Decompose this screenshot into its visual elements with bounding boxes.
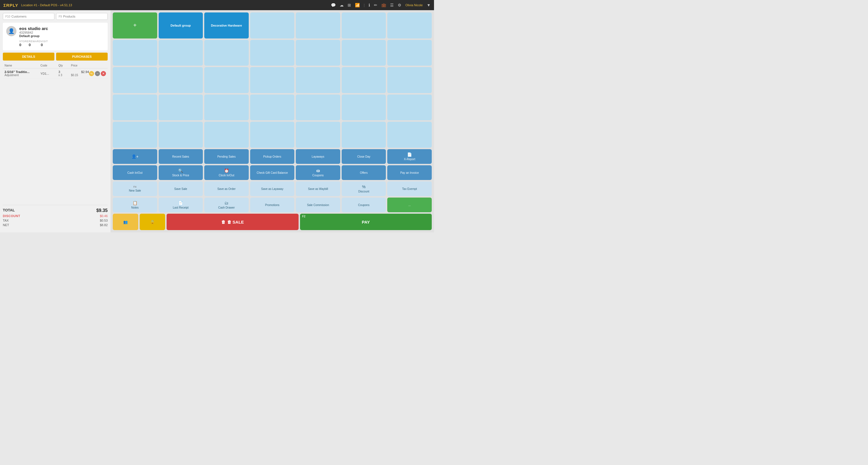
item-decrease-button[interactable]: −: [95, 71, 100, 76]
grid-cell-4[interactable]: [250, 12, 294, 38]
new-sale-button[interactable]: F4 New Sale: [113, 181, 157, 196]
grid-cell-32[interactable]: [250, 122, 294, 148]
customers-search-box[interactable]: F10: [3, 13, 54, 20]
grid-cell-10[interactable]: [204, 40, 249, 66]
settings-icon[interactable]: ⚙: [398, 3, 401, 7]
grid-cell-31[interactable]: [204, 122, 249, 148]
save-as-waybill-button[interactable]: Save as Waybill: [296, 181, 340, 196]
cart-table: Name Code Qty Price 2-5/16" Traditio... …: [3, 63, 107, 204]
notes-button[interactable]: 📋 Notes: [113, 198, 157, 212]
stock-price-button[interactable]: 🔍 Stock & Price: [159, 165, 203, 180]
grid-cell-27[interactable]: [342, 95, 386, 121]
purchases-button[interactable]: PURCHASES: [56, 53, 107, 61]
grid-cell-25[interactable]: [250, 95, 294, 121]
totals-section: TOTAL $9.35 DISCOUNT $0.46 TAX $0.53 NET…: [3, 205, 107, 230]
grid-cell-9[interactable]: [159, 40, 203, 66]
close-day-button[interactable]: Close Day: [342, 149, 386, 164]
grid-cell-35[interactable]: [387, 122, 432, 148]
default-group-button[interactable]: Default group: [159, 12, 203, 38]
grid-cell-14[interactable]: [387, 40, 432, 66]
edit-icon[interactable]: ✏: [374, 3, 377, 7]
clock-inout-label: Clock In/Out: [219, 174, 234, 177]
grid-cell-29[interactable]: [113, 122, 157, 148]
promotions-button[interactable]: Promotions: [250, 198, 294, 212]
more-button[interactable]: ...: [387, 198, 432, 212]
grid-cell-30[interactable]: [159, 122, 203, 148]
products-search-input[interactable]: [63, 15, 105, 18]
comment-icon[interactable]: 💬: [331, 3, 336, 7]
customer-name: eos studio arc: [19, 26, 48, 31]
grid-cell-26[interactable]: [296, 95, 340, 121]
pickup-orders-label: Pickup Orders: [263, 155, 281, 158]
info-icon[interactable]: ℹ: [369, 3, 370, 7]
customer-button[interactable]: 👥: [113, 214, 138, 230]
sale-button[interactable]: 🗑 🗑 SALE: [166, 214, 299, 230]
layaways-button[interactable]: Layaways: [296, 149, 340, 164]
grid-cell-28[interactable]: [387, 95, 432, 121]
customer-info: 👤 eos studio arc 43295842 Default group …: [3, 23, 107, 51]
discount-amount: $0.46: [100, 214, 107, 218]
save-sale-button[interactable]: Save Sale: [159, 181, 203, 196]
grid-cell-22[interactable]: [113, 95, 157, 121]
grid-cell-12[interactable]: [296, 40, 340, 66]
item-remove-button[interactable]: ✕: [101, 71, 106, 76]
store-label: STORE: [19, 40, 29, 43]
pay-button[interactable]: F2 PAY: [300, 214, 432, 230]
decorative-hardware-button[interactable]: Decorative Hardware: [204, 12, 249, 38]
cash-drawer-button[interactable]: 🗂 Cash Drawer: [204, 198, 249, 212]
cash-inout-button[interactable]: Cash In/Out: [113, 165, 157, 180]
grid-cell-5[interactable]: [296, 12, 340, 38]
grid-cell-11[interactable]: [250, 40, 294, 66]
chevron-down-icon[interactable]: ▼: [427, 3, 431, 7]
tax-exempt-button[interactable]: Tax Exempt: [387, 181, 432, 196]
wifi-icon[interactable]: 📶: [355, 3, 360, 7]
sale-commission-button[interactable]: Sale Commission: [296, 198, 340, 212]
wallet-icon[interactable]: 💼: [381, 3, 386, 7]
grid-cell-24[interactable]: [204, 95, 249, 121]
cloud-icon[interactable]: ☁: [340, 3, 344, 7]
grid-cell-15[interactable]: [113, 67, 157, 93]
tax-row: TAX $0.53: [3, 218, 107, 223]
coupons-label-row4: Coupons: [358, 203, 369, 207]
grid-cell-20[interactable]: [342, 67, 386, 93]
grid-cell-13[interactable]: [342, 40, 386, 66]
save-as-order-button[interactable]: Save as Order: [204, 181, 249, 196]
grid-cell-6[interactable]: [342, 12, 386, 38]
add-product-button[interactable]: +: [113, 12, 157, 38]
item-discount-button[interactable]: %: [89, 71, 94, 76]
discount-button[interactable]: % Discount: [342, 181, 386, 196]
stock-price-label: Stock & Price: [172, 174, 189, 177]
grid-cell-19[interactable]: [296, 67, 340, 93]
grid-cell-17[interactable]: [204, 67, 249, 93]
menu-icon[interactable]: ☰: [390, 3, 394, 7]
products-search-box[interactable]: F9: [56, 13, 107, 20]
store-stat: STORE 0: [19, 40, 29, 47]
grid-icon[interactable]: ⊞: [348, 3, 351, 7]
last-receipt-button[interactable]: 📄 Last Receipt: [159, 198, 203, 212]
grid-cell-34[interactable]: [342, 122, 386, 148]
check-gift-card-button[interactable]: Check Gift Card Balance: [250, 165, 294, 180]
pickup-orders-button[interactable]: Pickup Orders: [250, 149, 294, 164]
grid-cell-18[interactable]: [250, 67, 294, 93]
coupons-button-row2[interactable]: 🎟 Coupons: [296, 165, 340, 180]
grid-cell-16[interactable]: [159, 67, 203, 93]
grid-cell-33[interactable]: [296, 122, 340, 148]
grid-cell-8[interactable]: [113, 40, 157, 66]
pending-sales-button[interactable]: Pending Sales: [204, 149, 249, 164]
coupons-button-row4[interactable]: Coupons: [342, 198, 386, 212]
grid-cell-21[interactable]: [387, 67, 432, 93]
offers-button[interactable]: Offers: [342, 165, 386, 180]
x-report-button[interactable]: 📄 X-Report: [387, 149, 432, 164]
recent-sales-button[interactable]: Recent Sales: [159, 149, 203, 164]
save-as-layaway-button[interactable]: Save as Layaway: [250, 181, 294, 196]
grid-cell-23[interactable]: [159, 95, 203, 121]
add-customer-button[interactable]: 👤+: [113, 149, 157, 164]
clock-inout-button[interactable]: ⏰ Clock In/Out: [204, 165, 249, 180]
topbar: ΣRPLY Location #1 - Default POS - v4.51.…: [0, 0, 434, 10]
app-location: Location #1 - Default POS - v4.51.13: [21, 3, 72, 7]
details-button[interactable]: DETAILS: [3, 53, 54, 61]
customers-search-input[interactable]: [11, 15, 52, 18]
grid-cell-7[interactable]: [387, 12, 432, 38]
pay-invoice-button[interactable]: Pay an Invoice: [387, 165, 432, 180]
lock-button[interactable]: 🔒: [140, 214, 165, 230]
